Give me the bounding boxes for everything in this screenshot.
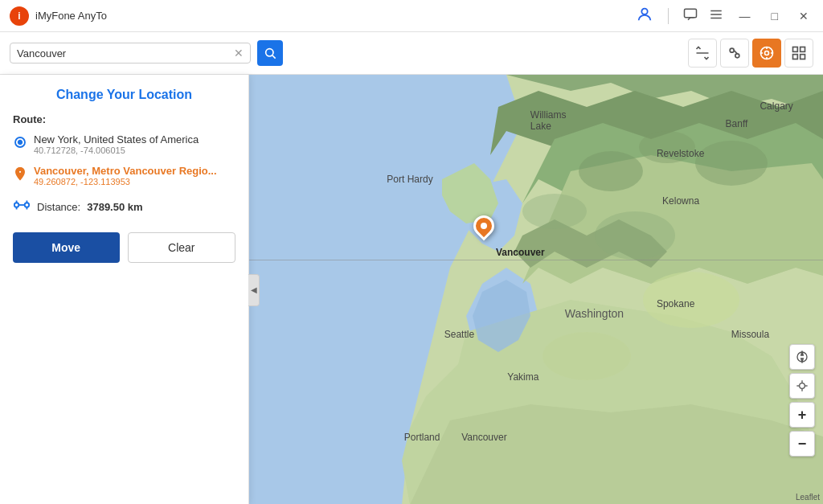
joystick-mode-button[interactable]: [752, 39, 781, 68]
svg-point-31: [522, 194, 587, 229]
locate-button[interactable]: [789, 373, 815, 399]
route-mode-button[interactable]: [688, 39, 717, 68]
svg-point-11: [765, 51, 769, 55]
location-pin: [473, 215, 496, 238]
svg-point-7: [730, 48, 734, 52]
clear-button[interactable]: Clear: [128, 232, 236, 263]
map-area[interactable]: WilliamsLake Port Hardy Banff Calgary Re…: [249, 75, 823, 504]
svg-point-0: [641, 8, 647, 14]
svg-point-27: [579, 151, 643, 191]
sidebar-collapse-button[interactable]: ◀: [248, 274, 260, 306]
chat-icon[interactable]: [683, 7, 698, 25]
user-icon[interactable]: [636, 6, 653, 27]
svg-rect-19: [800, 55, 805, 59]
route-origin-icon: [13, 135, 27, 154]
app-title: iMyFone AnyTo: [35, 10, 107, 22]
svg-point-29: [695, 141, 768, 186]
menu-icon[interactable]: [709, 7, 723, 25]
svg-rect-1: [684, 9, 696, 18]
app-logo: i: [10, 6, 29, 26]
history-mode-button[interactable]: [784, 39, 813, 68]
distance-value: 3789.50 km: [87, 201, 142, 213]
route-point-1: New York, United States of America 40.71…: [13, 133, 235, 155]
zoom-in-button[interactable]: +: [789, 402, 815, 428]
map-controls: + −: [789, 344, 815, 457]
leaflet-credit: Leaflet: [796, 493, 820, 502]
route-dest-name: Vancouver, Metro Vancouver Regio...: [34, 165, 217, 177]
zoom-out-button[interactable]: −: [789, 431, 815, 457]
search-input-wrap: ✕: [10, 43, 251, 64]
map-toolbar: [688, 39, 813, 68]
compass-button[interactable]: [789, 344, 815, 370]
distance-icon: [13, 196, 31, 218]
route-dest-icon: [13, 166, 27, 185]
route-dest-info: Vancouver, Metro Vancouver Regio... 49.2…: [34, 165, 217, 186]
search-input[interactable]: [17, 47, 231, 59]
close-button[interactable]: ✕: [794, 8, 813, 24]
svg-line-9: [734, 51, 737, 54]
titlebar-left: i iMyFone AnyTo: [10, 6, 107, 26]
route-origin-name: New York, United States of America: [34, 133, 199, 145]
move-button[interactable]: Move: [13, 232, 120, 263]
distance-label: Distance:: [37, 201, 80, 213]
maximize-button[interactable]: □: [767, 8, 783, 24]
titlebar: i iMyFone AnyTo — □ ✕: [0, 0, 823, 32]
svg-point-33: [543, 332, 631, 380]
svg-line-6: [272, 55, 276, 59]
svg-point-21: [18, 141, 23, 145]
searchbar-area: ✕: [0, 32, 823, 75]
distance-row: Distance: 3789.50 km: [13, 196, 235, 218]
svg-point-22: [18, 170, 22, 174]
minimize-button[interactable]: —: [735, 8, 755, 24]
svg-point-28: [639, 131, 695, 163]
action-buttons: Move Clear: [13, 232, 235, 263]
svg-rect-17: [800, 47, 805, 52]
search-clear-icon[interactable]: ✕: [234, 47, 244, 59]
sidebar-panel: Change Your Location Route: New York, Un…: [0, 75, 249, 504]
route-dest-coords: 49.260872, -123.113953: [34, 177, 217, 186]
svg-point-30: [595, 211, 675, 260]
titlebar-right: — □ ✕: [636, 6, 813, 27]
svg-point-35: [800, 383, 805, 389]
sidebar-title: Change Your Location: [13, 88, 235, 102]
svg-point-8: [735, 54, 739, 58]
route-point-2: Vancouver, Metro Vancouver Regio... 49.2…: [13, 165, 235, 186]
svg-rect-16: [793, 47, 798, 52]
main-area: Change Your Location Route: New York, Un…: [0, 75, 823, 504]
route-origin-coords: 40.712728, -74.006015: [34, 145, 199, 155]
svg-rect-18: [793, 55, 798, 59]
search-go-button[interactable]: [257, 40, 283, 66]
svg-point-32: [643, 272, 739, 328]
route-origin-info: New York, United States of America 40.71…: [34, 133, 199, 155]
route-label: Route:: [13, 113, 235, 125]
svg-point-5: [266, 49, 273, 56]
svg-point-23: [14, 203, 19, 207]
multispot-mode-button[interactable]: [720, 39, 749, 68]
svg-point-24: [25, 203, 29, 207]
